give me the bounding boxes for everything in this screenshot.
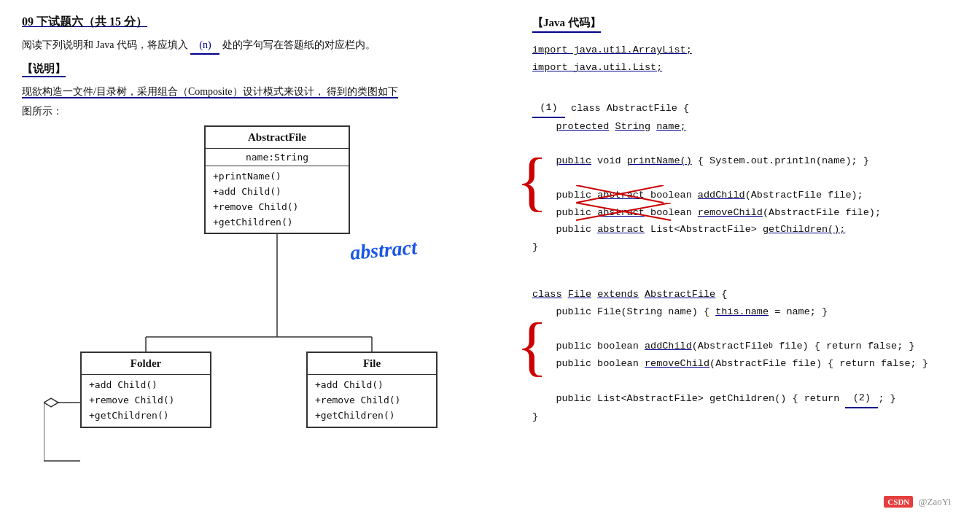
- file-box: File +add Child()+remove Child()+getChil…: [306, 352, 438, 427]
- class2-close-brace: }: [532, 408, 958, 426]
- folder-box: Folder +add Child()+remove Child()+getCh…: [80, 352, 211, 427]
- code-title: 【Java 代码】: [532, 15, 601, 33]
- class2-addchild-line: public boolean addChild(AbstractFileb fi…: [532, 338, 958, 355]
- abstract-file-methods: +printName()+add Child()+remove Child()+…: [206, 166, 349, 233]
- class1-header-line: (1) class AbstractFile {: [532, 99, 958, 118]
- this-name-text: = name; }: [769, 303, 828, 321]
- class2-header-line: class File extends AbstractFile {: [532, 286, 958, 303]
- class2-empty2: [532, 372, 958, 389]
- class1-addchild-line: public abstract boolean addChild(Abstrac…: [532, 187, 958, 204]
- question-title: 09 下试题六（共 15 分）: [22, 15, 518, 30]
- diagram-label: 图所示：: [22, 105, 518, 118]
- uml-diagram: AbstractFile name:String +printName()+ad…: [44, 125, 496, 475]
- import-line-2: import java.util.List;: [532, 59, 958, 77]
- import-line-1: import java.util.ArrayList;: [532, 42, 958, 59]
- class1-field-line: protected String name;: [532, 118, 958, 136]
- class2-removechild-line: public boolean removeChild(AbstractFile …: [532, 355, 958, 373]
- abstract-file-box: AbstractFile name:String +printName()+ad…: [204, 125, 350, 234]
- file-class-section: { class File extends AbstractFile { publ…: [532, 286, 958, 425]
- code-block: import java.util.ArrayList; import java.…: [532, 42, 958, 425]
- page: 09 下试题六（共 15 分） 阅读下列说明和 Java 代码，将应填入 (n)…: [0, 0, 980, 528]
- import-lines: import java.util.ArrayList; import java.…: [532, 42, 958, 76]
- abstract-file-name: AbstractFile: [206, 127, 349, 149]
- class2-getchildren-line: public List<AbstractFile> getChildren() …: [532, 389, 958, 408]
- class1-close-brace: }: [532, 238, 958, 256]
- watermark-author: @ZaoYi: [919, 496, 951, 507]
- watermark: CSDN @ZaoYi: [884, 496, 951, 508]
- abstract-file-class-section: { (1) class AbstractFile { protected Str…: [532, 99, 958, 256]
- class1-getchildren-line: public abstract List<AbstractFile> getCh…: [532, 221, 958, 238]
- class2-constructor-line: public File(String name) { this.name = n…: [532, 303, 958, 321]
- description: 现欲构造一文件/目录树，采用组合（Composite）设计模式来设计， 得到的类…: [22, 83, 518, 101]
- handwritten-abstract: abstract: [349, 236, 418, 265]
- class1-printname-line: public void printName() { System.out.pri…: [532, 152, 958, 170]
- svg-marker-6: [44, 398, 58, 407]
- file-methods: +add Child()+remove Child()+getChildren(…: [308, 375, 436, 426]
- class1-empty1: [532, 135, 958, 152]
- folder-name: Folder: [82, 353, 210, 375]
- abstract-file-attr: name:String: [206, 149, 349, 166]
- class1-removechild-line: public abstract boolean removeChild(Abst…: [532, 204, 958, 222]
- class1-empty2: [532, 169, 958, 187]
- file-name: File: [308, 353, 436, 375]
- instruction: 阅读下列说明和 Java 代码，将应填入 (n) 处的字句写在答题纸的对应栏内。: [22, 37, 518, 55]
- csdn-logo: CSDN: [884, 496, 913, 508]
- section-label: 【说明】: [22, 62, 66, 77]
- right-panel: 【Java 代码】 import java.util.ArrayList; im…: [518, 15, 958, 513]
- folder-methods: +add Child()+remove Child()+getChildren(…: [82, 375, 210, 426]
- class2-empty1: [532, 320, 958, 338]
- left-panel: 09 下试题六（共 15 分） 阅读下列说明和 Java 代码，将应填入 (n)…: [22, 15, 518, 513]
